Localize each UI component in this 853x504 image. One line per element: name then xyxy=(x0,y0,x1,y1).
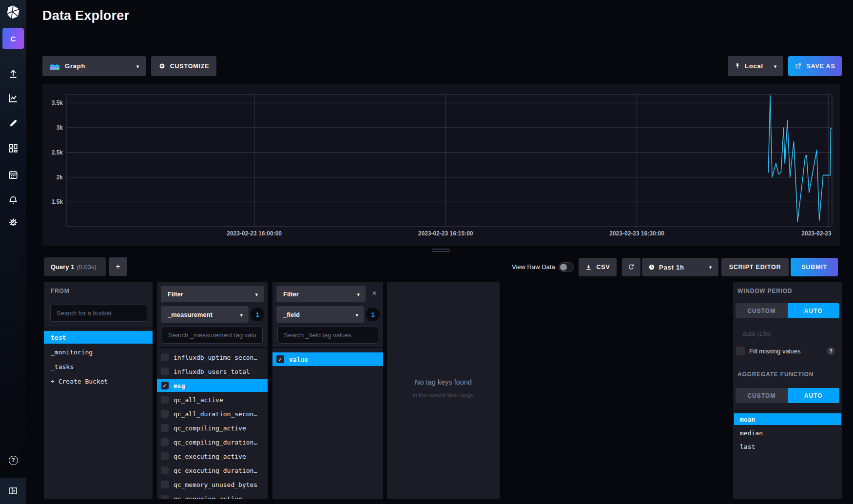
plus-icon: + xyxy=(116,262,120,271)
measurement-name: qc_all_active xyxy=(174,396,223,404)
bucket-list-item[interactable]: test xyxy=(44,331,153,344)
time-range-dropdown[interactable]: Past 1h xyxy=(642,258,718,276)
measurement-list-item[interactable]: ✓ qc_compiling_duration… xyxy=(157,436,268,448)
aggregate-function-item[interactable]: mean xyxy=(734,413,841,425)
measurement-list-item[interactable]: ✓ qc_executing_active xyxy=(157,450,268,463)
visualization-type-label: Graph xyxy=(65,62,85,70)
data-explorer-icon[interactable] xyxy=(7,92,19,104)
bucket-list-item[interactable]: _monitoring xyxy=(44,346,153,358)
aggregate-toggle: CUSTOM AUTO xyxy=(736,388,839,403)
alerts-bell-icon[interactable] xyxy=(7,194,19,206)
customize-button[interactable]: CUSTOMIZE xyxy=(151,56,216,76)
query-tab[interactable]: Query 1 (0.03s) xyxy=(44,257,106,276)
from-panel: FROM test _monitoring _tasks + Create Bu… xyxy=(44,282,153,499)
filter-type-dropdown[interactable]: Filter xyxy=(161,286,264,302)
field-search-input[interactable] xyxy=(277,327,378,344)
checkbox: ✓ xyxy=(161,452,169,460)
checkbox: ✓ xyxy=(161,396,169,404)
aggregate-custom-button[interactable]: CUSTOM xyxy=(736,388,788,403)
add-query-button[interactable]: + xyxy=(109,257,127,276)
page-title: Data Explorer xyxy=(42,8,129,23)
query-tab-label: Query 1 xyxy=(51,263,74,271)
filter-measurement-panel: Filter _measurement 1 ✓ influxdb_uptime_… xyxy=(157,282,268,499)
measurement-list-item[interactable]: ✓ qc_queueing_active xyxy=(157,492,268,499)
measurement-list-item[interactable]: ✓ msg xyxy=(157,379,268,392)
checkbox: ✓ xyxy=(161,481,169,488)
svg-text:2023-02-23: 2023-02-23 xyxy=(801,230,832,237)
tasks-calendar-icon[interactable] xyxy=(7,169,19,181)
aggregate-function-item[interactable]: last xyxy=(734,441,841,452)
measurement-list-item[interactable]: ✓ influxdb_users_total xyxy=(157,365,268,378)
view-raw-data-toggle[interactable] xyxy=(559,262,574,272)
selected-count-badge: 1 xyxy=(366,308,380,321)
bucket-list-item[interactable]: + Create Bucket xyxy=(44,375,153,388)
measurement-name: qc_compiling_active xyxy=(174,425,246,432)
field-list-item[interactable]: ✓ value xyxy=(272,352,383,366)
refresh-icon xyxy=(627,263,635,271)
svg-text:2023-02-23 16:15:00: 2023-02-23 16:15:00 xyxy=(418,230,473,237)
measurement-list-item[interactable]: ✓ qc_executing_duration… xyxy=(157,464,268,477)
resize-drag-handle[interactable] xyxy=(431,249,451,253)
measurement-name: qc_executing_active xyxy=(174,453,246,460)
custom-label: CUSTOM xyxy=(747,392,775,399)
chart-panel[interactable]: 1.5k2k2.5k3k3.5k2023-02-23 16:00:002023-… xyxy=(42,84,840,246)
measurement-search-input[interactable] xyxy=(162,327,263,344)
time-range-label: Past 1h xyxy=(659,264,684,271)
settings-gear-icon[interactable] xyxy=(7,216,19,228)
bucket-name: test xyxy=(51,334,66,341)
aggregate-function-name: last xyxy=(740,443,755,450)
refresh-button[interactable] xyxy=(622,258,640,276)
pin-icon xyxy=(734,62,741,70)
clock-icon xyxy=(648,264,655,271)
checkbox: ✓ xyxy=(161,368,169,375)
empty-state-title: No tag keys found xyxy=(387,378,500,386)
measurement-name: influxdb_users_total xyxy=(174,368,250,375)
window-custom-button[interactable]: CUSTOM xyxy=(736,303,788,318)
aggregate-function-item[interactable]: median xyxy=(734,427,841,439)
field-list: ✓ value xyxy=(272,347,383,499)
field-key-dropdown[interactable]: _field xyxy=(276,306,364,323)
fill-missing-label: Fill missing values xyxy=(749,348,800,355)
selected-count-badge: 1 xyxy=(251,308,264,321)
measurement-list-item[interactable]: ✓ qc_all_duration_secon… xyxy=(157,407,268,420)
time-series-chart[interactable]: 1.5k2k2.5k3k3.5k2023-02-23 16:00:002023-… xyxy=(42,84,840,246)
local-label: Local xyxy=(745,62,763,70)
measurement-key-label: _measurement xyxy=(168,311,213,318)
upload-icon[interactable] xyxy=(7,68,19,79)
svg-text:2k: 2k xyxy=(57,174,63,181)
empty-state-subtitle: in the current time range xyxy=(387,392,500,398)
filter-type-dropdown[interactable]: Filter xyxy=(276,286,366,302)
csv-button[interactable]: CSV xyxy=(579,258,617,276)
measurement-list-item[interactable]: ✓ qc_memory_unused_bytes xyxy=(157,478,268,491)
from-panel-title: FROM xyxy=(51,288,70,294)
aggregate-function-list: mean median last xyxy=(733,410,842,499)
expand-panel-icon[interactable] xyxy=(0,478,26,504)
influxdb-logo-icon[interactable] xyxy=(5,4,21,20)
aggregate-auto-button[interactable]: AUTO xyxy=(788,388,840,403)
measurement-key-dropdown[interactable]: _measurement xyxy=(161,306,249,323)
local-dropdown[interactable]: Local xyxy=(728,56,783,76)
close-filter-icon[interactable] xyxy=(369,289,379,298)
save-as-button[interactable]: SAVE AS xyxy=(788,56,842,76)
script-editor-button[interactable]: SCRIPT EDITOR xyxy=(721,258,789,276)
filter-type-label: Filter xyxy=(168,291,183,298)
bucket-search-input[interactable] xyxy=(50,305,147,322)
bucket-list-item[interactable]: _tasks xyxy=(44,360,153,373)
dashboards-icon[interactable] xyxy=(7,142,19,154)
aggregate-function-title: AGGREGATE FUNCTION xyxy=(737,371,814,378)
time-range-value: Past 1h xyxy=(648,264,684,271)
measurement-list-item[interactable]: ✓ qc_all_active xyxy=(157,393,268,406)
help-icon[interactable]: ? xyxy=(7,454,19,466)
auto-label: AUTO xyxy=(804,392,823,399)
help-tooltip-icon[interactable] xyxy=(827,347,835,355)
fill-missing-checkbox[interactable] xyxy=(736,347,745,355)
measurement-list-item[interactable]: ✓ qc_compiling_active xyxy=(157,422,268,434)
submit-button[interactable]: SUBMIT xyxy=(791,258,838,276)
visualization-type-dropdown[interactable]: Graph xyxy=(42,56,146,76)
org-avatar[interactable]: C xyxy=(2,28,24,49)
query-duration: (0.03s) xyxy=(77,263,96,271)
window-auto-button[interactable]: AUTO xyxy=(788,303,840,318)
influxdb-data-explorer: C ? Data Explorer xyxy=(0,0,853,504)
notebooks-pencil-icon[interactable] xyxy=(7,117,19,129)
measurement-list-item[interactable]: ✓ influxdb_uptime_secon… xyxy=(157,351,268,364)
